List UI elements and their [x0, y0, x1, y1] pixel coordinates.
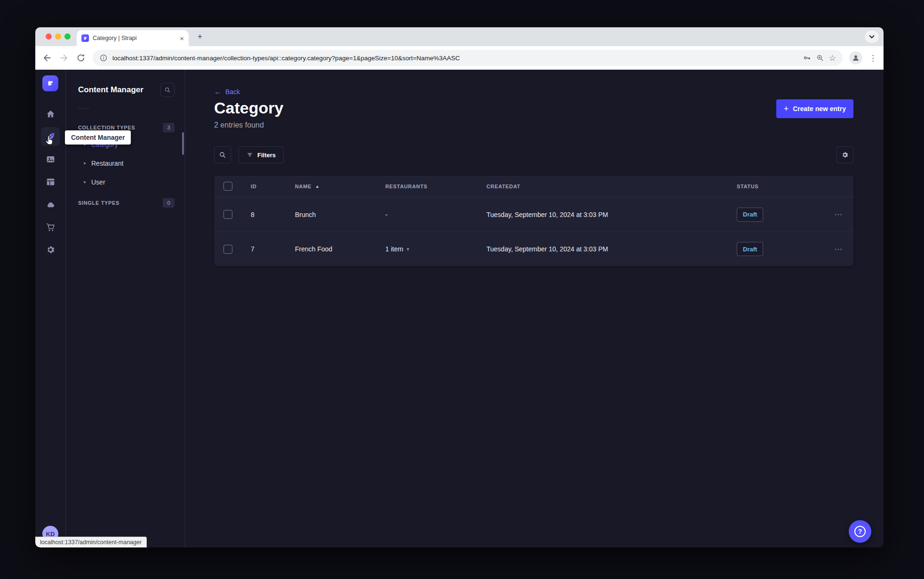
table-row[interactable]: 7 French Food 1 item ▾ Tuesday, Septembe… [214, 232, 853, 266]
view-settings-button[interactable] [836, 146, 853, 163]
link-preview-statusbar: localhost:1337/admin/content-manager [35, 537, 147, 547]
strapi-app: KD Content Manager COLLECTION TYPES 3 Ca… [35, 70, 884, 547]
cell-restaurants: - [378, 211, 479, 218]
browser-window: Category | Strapi × + localhost:1337/adm… [35, 27, 884, 547]
gear-icon [841, 151, 849, 159]
back-label: Back [225, 88, 240, 96]
row-checkbox[interactable] [223, 245, 232, 254]
cell-name: French Food [287, 245, 378, 253]
browser-menu-button[interactable]: ⋮ [869, 53, 877, 63]
column-header-id[interactable]: ID [243, 184, 287, 189]
entries-count: 2 entries found [214, 121, 853, 129]
page-title: Category [214, 99, 283, 117]
row-actions-button[interactable]: ⋯ [823, 209, 853, 219]
subnav-item-restaurant[interactable]: Restaurant [78, 154, 175, 173]
nav-home-button[interactable] [41, 105, 60, 123]
nav-settings-button[interactable] [41, 240, 60, 259]
cell-name: Brunch [287, 211, 378, 218]
person-icon [852, 54, 860, 62]
back-button[interactable] [42, 53, 52, 63]
hand-cursor [43, 134, 56, 146]
single-types-count-badge: 0 [163, 198, 175, 208]
help-button[interactable]: ? [849, 520, 871, 543]
back-link[interactable]: ← Back [214, 88, 240, 96]
subnav-title: Content Manager [78, 85, 143, 95]
cell-createdat: Tuesday, September 10, 2024 at 3:03 PM [479, 211, 729, 218]
column-header-createdat[interactable]: CREATEDAT [479, 184, 729, 189]
column-header-name[interactable]: NAME ▲ [287, 184, 378, 189]
column-header-status[interactable]: STATUS [729, 184, 823, 189]
main-content: ← Back Category + Create new entry 2 ent… [185, 70, 884, 547]
cell-restaurants[interactable]: 1 item ▾ [378, 245, 479, 253]
content-manager-tooltip: Content Manager [65, 130, 131, 145]
browser-profile-button[interactable] [849, 51, 862, 64]
single-types-label: SINGLE TYPES [78, 200, 119, 206]
new-tab-button[interactable]: + [194, 31, 206, 42]
subnav-search-button[interactable] [160, 83, 175, 97]
tab-title: Category | Strapi [93, 35, 176, 41]
bullet-icon [84, 181, 86, 183]
browser-tab[interactable]: Category | Strapi × [77, 30, 189, 46]
maximize-window-button[interactable] [64, 33, 71, 40]
bullet-icon [84, 162, 86, 164]
zoom-icon[interactable] [816, 54, 824, 62]
column-header-restaurants[interactable]: RESTAURANTS [378, 184, 479, 189]
status-badge: Draft [737, 242, 763, 256]
nav-content-type-builder-button[interactable] [41, 172, 60, 191]
forward-button[interactable] [59, 53, 69, 63]
reload-button[interactable] [76, 53, 86, 63]
caret-down-icon: ▾ [406, 246, 409, 252]
nav-cloud-button[interactable] [41, 195, 60, 214]
create-new-entry-button[interactable]: + Create new entry [776, 99, 853, 118]
close-tab-icon[interactable]: × [180, 35, 184, 42]
browser-toolbar: localhost:1337/admin/content-manager/col… [35, 46, 884, 70]
filter-icon [247, 152, 253, 158]
row-actions-button[interactable]: ⋯ [823, 244, 853, 254]
collection-types-count-badge: 3 [163, 123, 175, 132]
cell-id: 8 [243, 211, 287, 218]
plus-icon: + [784, 105, 789, 113]
tab-search-button[interactable] [865, 31, 879, 43]
table-header-row: ID NAME ▲ RESTAURANTS CREATEDAT STATUS [214, 176, 853, 197]
subnav-item-label: Restaurant [91, 160, 123, 167]
filters-button[interactable]: Filters [239, 146, 284, 163]
url-bar[interactable]: localhost:1337/admin/content-manager/col… [93, 50, 843, 66]
table-row[interactable]: 8 Brunch - Tuesday, September 10, 2024 a… [214, 197, 853, 232]
entries-table: ID NAME ▲ RESTAURANTS CREATEDAT STATUS 8… [214, 176, 853, 266]
table-search-button[interactable] [214, 146, 231, 163]
search-icon [219, 151, 226, 159]
filters-label: Filters [257, 152, 276, 159]
page-info-icon[interactable] [99, 54, 108, 62]
create-new-entry-label: Create new entry [793, 105, 846, 113]
sort-asc-icon: ▲ [315, 184, 320, 189]
home-icon [46, 109, 56, 119]
back-arrow-icon: ← [214, 88, 222, 96]
subnav-scrollbar[interactable] [182, 132, 184, 155]
subnav-item-user[interactable]: User [78, 173, 175, 192]
gear-icon [46, 245, 56, 255]
url-text[interactable]: localhost:1337/admin/content-manager/col… [112, 55, 798, 62]
cell-createdat: Tuesday, September 10, 2024 at 3:03 PM [479, 245, 729, 253]
divider [78, 108, 89, 109]
cloud-icon [46, 200, 56, 209]
shopping-cart-icon [46, 222, 56, 232]
minimize-window-button[interactable] [55, 33, 61, 40]
password-key-icon[interactable] [803, 54, 811, 62]
select-all-checkbox[interactable] [223, 182, 232, 191]
row-checkbox[interactable] [223, 210, 232, 219]
chevron-down-icon [869, 33, 874, 38]
collection-types-label: COLLECTION TYPES [78, 125, 135, 130]
search-icon [164, 87, 171, 93]
layout-icon [46, 177, 56, 187]
media-library-icon [46, 154, 56, 164]
bookmark-star-icon[interactable]: ☆ [829, 54, 836, 62]
strapi-favicon-icon [81, 34, 89, 42]
close-window-button[interactable] [46, 33, 52, 40]
nav-marketplace-button[interactable] [41, 217, 60, 236]
strapi-logo [42, 75, 58, 91]
tab-strip: Category | Strapi × + [35, 27, 884, 46]
status-badge: Draft [737, 208, 763, 222]
nav-media-library-button[interactable] [41, 150, 60, 169]
subnav-item-label: User [91, 178, 105, 186]
cell-id: 7 [243, 245, 287, 253]
